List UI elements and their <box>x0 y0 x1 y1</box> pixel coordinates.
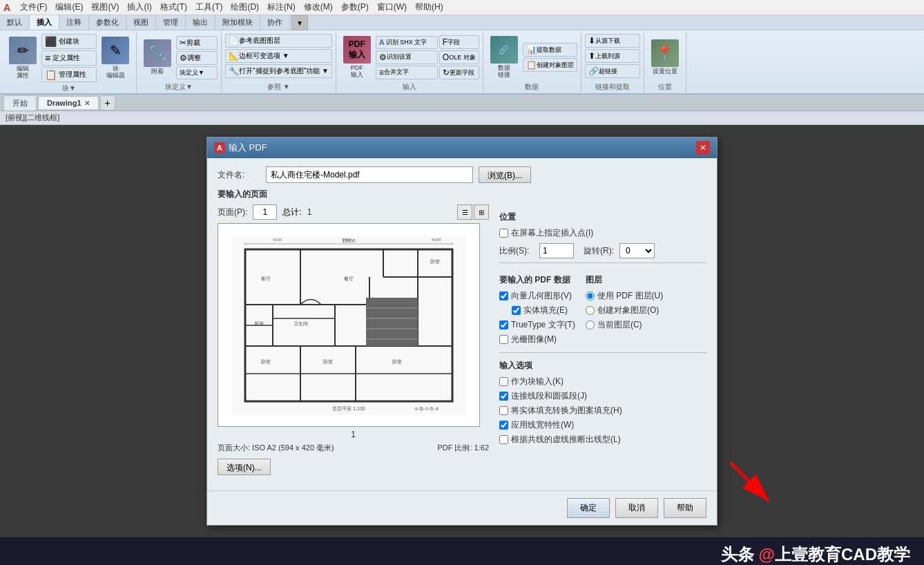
ok-button[interactable]: 确定 <box>567 498 610 518</box>
view-grid-btn[interactable]: ⊞ <box>474 204 489 220</box>
ribbon-group-location: 📍 设置位置 位置 <box>644 32 686 93</box>
ribbon-group-ref: 📎 附着 ✂ 剪裁 ⚙ 调整 块定义▼ 块 <box>137 32 222 93</box>
btn-ref-manager[interactable]: 块定义▼ <box>176 66 218 79</box>
tab-parametric[interactable]: 参数化 <box>89 15 126 30</box>
tab-output[interactable]: 输出 <box>186 15 215 30</box>
menu-window[interactable]: 窗口(W) <box>373 1 411 14</box>
btn-manage-attr[interactable]: 📋 管理属性 <box>41 67 97 82</box>
btn-ole[interactable]: O OLE 对象 <box>439 50 479 64</box>
ribbon-expand[interactable]: ▼ <box>291 15 308 30</box>
create-obj-radio[interactable] <box>586 306 595 315</box>
menu-edit[interactable]: 编辑(E) <box>51 1 87 14</box>
btn-adjust[interactable]: ⚙ 调整 <box>176 51 218 65</box>
menu-help[interactable]: 帮助(H) <box>411 1 447 14</box>
view-list-btn[interactable]: ☰ <box>457 204 472 220</box>
menu-tools[interactable]: 工具(T) <box>191 1 227 14</box>
ref-group-label: 块定义▼ <box>165 82 193 92</box>
drawing1-close[interactable]: ✕ <box>84 99 90 107</box>
menu-view[interactable]: 视图(V) <box>87 1 123 14</box>
import-buttons: PDF输入 PDF输入 A 识别 SHX 文字 ⚙ 识别设置 ≡ 合并文字 <box>340 34 479 81</box>
vector-check[interactable] <box>499 291 508 300</box>
dialog-close-btn[interactable]: ✕ <box>696 141 710 155</box>
btn-recognize-settings[interactable]: ⚙ 识别设置 <box>376 50 438 64</box>
btn-update-field[interactable]: ↻ 更新字段 <box>439 66 479 79</box>
btn-data-link[interactable]: 🔗 数据链接 <box>487 34 521 81</box>
lineweight-check[interactable] <box>499 421 508 430</box>
btn-create-block[interactable]: ⬛ 创建块 <box>41 34 97 49</box>
btn-pdf-import[interactable]: PDF输入 PDF输入 <box>340 34 374 81</box>
btn-recognize-shx[interactable]: A 识别 SHX 文字 <box>376 36 438 49</box>
linetype-check[interactable] <box>499 435 508 444</box>
raster-check[interactable] <box>499 335 508 344</box>
hyperlink-label: 超链接 <box>599 67 617 76</box>
btn-hyperlink[interactable]: 🔗 超链接 <box>585 64 640 78</box>
block-import-check[interactable] <box>499 377 508 386</box>
scale-input[interactable] <box>539 243 574 258</box>
use-pdf-label: 使用 PDF 图层(U) <box>597 290 663 302</box>
solid-check[interactable] <box>512 306 521 315</box>
download-icon: ⬇ <box>588 36 595 46</box>
block-group-label: 块▼ <box>62 84 76 93</box>
solid-hatch-check[interactable] <box>499 406 508 415</box>
btn-frame-options[interactable]: 📐 边框可变选项 ▼ <box>225 49 332 63</box>
btn-edit-attr[interactable]: ✏ 编辑属性 <box>6 35 40 82</box>
menu-draw[interactable]: 绘图(D) <box>227 1 263 14</box>
btn-download[interactable]: ⬇ 从源下载 <box>585 34 640 48</box>
tab-insert[interactable]: 插入 <box>30 15 59 30</box>
menu-annotate[interactable]: 标注(N) <box>263 1 300 14</box>
current-layer-radio[interactable] <box>586 320 595 329</box>
options-button[interactable]: 选项(N)... <box>218 459 271 475</box>
join-lines-check[interactable] <box>499 392 508 401</box>
new-tab-btn[interactable]: + <box>100 95 115 111</box>
download-label: 从源下载 <box>595 37 620 46</box>
menu-file[interactable]: 文件(F) <box>16 1 51 14</box>
truetype-check[interactable] <box>499 320 508 329</box>
cancel-button[interactable]: 取消 <box>615 498 658 518</box>
edit-attr-label: 编辑属性 <box>17 66 29 79</box>
btn-define-attr[interactable]: ≡ 定义属性 <box>41 50 97 66</box>
btn-attach[interactable]: 📎 附着 <box>140 37 175 77</box>
btn-snap-enable[interactable]: 🔧 打开"捕捉到参考底图"功能 ▼ <box>225 64 332 78</box>
menu-format[interactable]: 格式(T) <box>156 1 191 14</box>
btn-underlay-layers[interactable]: 📄 参考底图图层 <box>225 34 332 48</box>
tab-collaborate[interactable]: 协作 <box>260 15 290 30</box>
doc-tab-start[interactable]: 开始 <box>3 95 37 111</box>
shx-label: 识别 SHX 文字 <box>386 38 427 47</box>
menu-modify[interactable]: 修改(M) <box>300 1 337 14</box>
create-obj-row: 创建对象图层(O) <box>586 305 663 316</box>
btn-block-editor[interactable]: ✎ 块编辑器 <box>98 35 133 82</box>
btn-upload[interactable]: ⬆ 上载到源 <box>585 49 640 63</box>
tab-addon[interactable]: 附加模块 <box>215 15 260 30</box>
btn-create-obj-layer[interactable]: 📋 创建对象图层 <box>523 58 577 72</box>
file-input[interactable] <box>266 166 473 183</box>
svg-text:餐厅: 餐厅 <box>344 276 354 281</box>
frame-icon: 📐 <box>229 51 239 61</box>
block-editor-icon: ✎ <box>102 37 129 64</box>
import-small-btns: A 识别 SHX 文字 ⚙ 识别设置 ≡ 合并文字 <box>376 36 438 79</box>
btn-clip[interactable]: ✂ 剪裁 <box>176 36 218 50</box>
solid-hatch-label: 将实体填充转换为图案填充(H) <box>511 405 622 416</box>
screen-specify-check[interactable] <box>499 229 508 238</box>
menu-insert[interactable]: 插入(I) <box>123 1 155 14</box>
preview-container: 15000 4100 3800 4000 客厅 餐厅 <box>218 223 480 427</box>
browse-button[interactable]: 浏览(B)... <box>479 166 531 183</box>
page-input[interactable] <box>253 204 277 220</box>
btn-set-location[interactable]: 📍 设置位置 <box>648 37 682 77</box>
attach-icon: 📎 <box>144 39 171 67</box>
btn-extract-data[interactable]: 📊 提取数据 <box>523 43 577 57</box>
doc-tab-drawing1[interactable]: Drawing1 ✕ <box>38 96 99 109</box>
tab-default[interactable]: 默认 <box>0 15 30 30</box>
tab-manage[interactable]: 管理 <box>156 15 186 30</box>
tab-view[interactable]: 视图 <box>126 15 156 30</box>
position-section-title: 位置 <box>499 211 706 223</box>
btn-merge-text[interactable]: ≡ 合并文字 <box>376 66 438 79</box>
help-button[interactable]: 帮助 <box>664 498 706 518</box>
sep1 <box>499 262 706 263</box>
solid-row: 实体填充(E) <box>512 305 575 316</box>
rotation-select[interactable]: 0 90 180 270 <box>619 243 655 258</box>
rotation-label: 旋转(R): <box>579 245 614 257</box>
tab-annotate[interactable]: 注释 <box>59 15 89 30</box>
use-pdf-radio[interactable] <box>586 291 595 300</box>
menu-parametric[interactable]: 参数(P) <box>337 1 373 14</box>
btn-field[interactable]: F 字段 <box>439 35 479 49</box>
